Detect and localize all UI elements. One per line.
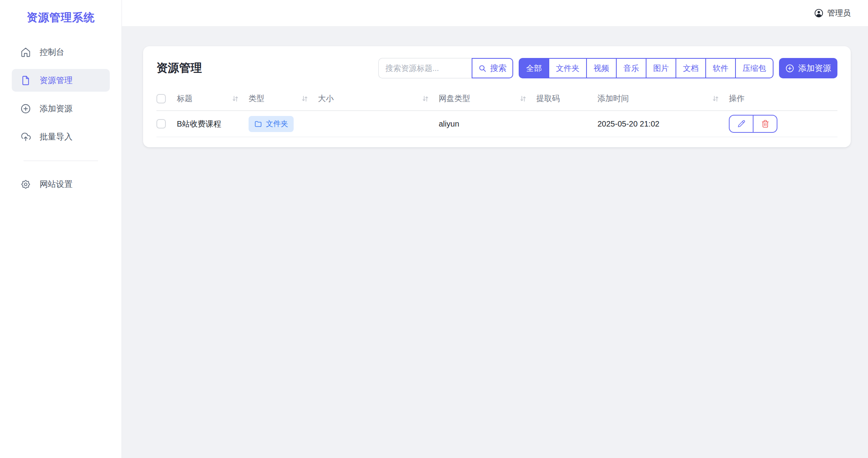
- document-icon: [20, 75, 31, 86]
- filter-tab-image[interactable]: 图片: [646, 58, 676, 78]
- plus-circle-icon: [20, 103, 31, 114]
- topbar: 管理员: [122, 0, 868, 27]
- sort-icon[interactable]: [712, 95, 719, 103]
- search-input[interactable]: [378, 58, 472, 78]
- search-button-label: 搜索: [490, 63, 507, 74]
- column-header-size: 大小: [318, 93, 334, 104]
- sidebar-item-label: 网站设置: [40, 179, 73, 190]
- cell-size: [318, 111, 439, 137]
- sidebar: 资源管理系统 控制台 资源管理 添加资源 批量导入 网站设置: [0, 0, 122, 458]
- cell-added-time: 2025-05-20 21:02: [597, 111, 729, 137]
- pencil-icon: [737, 119, 746, 128]
- cell-disk-type: aliyun: [439, 111, 536, 137]
- sidebar-item-resources[interactable]: 资源管理: [12, 69, 110, 92]
- filter-tab-software[interactable]: 软件: [706, 58, 736, 78]
- sidebar-nav: 控制台 资源管理 添加资源 批量导入 网站设置: [0, 41, 122, 201]
- sort-icon[interactable]: [519, 95, 527, 103]
- filter-tabs: 全部 文件夹 视频 音乐 图片 文档 软件 压缩包: [519, 58, 774, 78]
- search-button[interactable]: 搜索: [472, 58, 513, 78]
- page-title: 资源管理: [156, 60, 202, 76]
- sidebar-divider: [24, 161, 98, 161]
- home-icon: [20, 47, 31, 58]
- add-resource-button[interactable]: 添加资源: [779, 58, 837, 78]
- resource-table: 标题 类型 大小 网盘类型: [156, 89, 837, 137]
- sort-icon[interactable]: [231, 95, 239, 103]
- cell-code: [536, 111, 597, 137]
- column-header-disk-type: 网盘类型: [439, 93, 470, 104]
- table-row: B站收费课程 文件夹 aliyun 2025-05-20 21:02: [156, 111, 837, 137]
- sidebar-item-dashboard[interactable]: 控制台: [12, 41, 110, 63]
- filter-tab-folder[interactable]: 文件夹: [549, 58, 587, 78]
- search-icon: [478, 64, 487, 72]
- toolbar: 搜索 全部 文件夹 视频 音乐 图片 文档 软件 压缩包: [378, 58, 837, 78]
- gear-icon: [20, 179, 31, 190]
- app-title: 资源管理系统: [0, 0, 122, 41]
- trash-icon: [761, 119, 770, 128]
- user-avatar-icon: [814, 8, 824, 18]
- edit-button[interactable]: [729, 115, 753, 133]
- type-badge: 文件夹: [249, 116, 294, 132]
- column-header-type: 类型: [249, 93, 264, 104]
- type-badge-label: 文件夹: [266, 119, 288, 129]
- row-actions: [729, 115, 777, 133]
- delete-button[interactable]: [753, 115, 777, 133]
- sidebar-item-label: 添加资源: [40, 103, 73, 114]
- cloud-upload-icon: [20, 132, 31, 142]
- filter-tab-archive[interactable]: 压缩包: [736, 58, 774, 78]
- column-header-code: 提取码: [536, 94, 560, 103]
- add-resource-label: 添加资源: [798, 63, 831, 74]
- main-area: 管理员 资源管理 搜索 全部 文件夹 视频: [122, 0, 868, 458]
- content: 资源管理 搜索 全部 文件夹 视频 音乐 图片: [122, 27, 868, 147]
- sort-icon[interactable]: [421, 95, 429, 103]
- column-header-title: 标题: [177, 93, 192, 104]
- sidebar-item-add-resource[interactable]: 添加资源: [12, 97, 110, 120]
- select-all-checkbox[interactable]: [156, 94, 166, 103]
- resource-card: 资源管理 搜索 全部 文件夹 视频 音乐 图片: [143, 46, 851, 147]
- row-checkbox[interactable]: [156, 119, 166, 129]
- search-group: 搜索: [378, 58, 513, 78]
- sidebar-item-label: 资源管理: [40, 75, 73, 86]
- sidebar-item-site-settings[interactable]: 网站设置: [12, 173, 110, 196]
- filter-tab-all[interactable]: 全部: [519, 58, 549, 78]
- user-name[interactable]: 管理员: [827, 8, 851, 18]
- filter-tab-music[interactable]: 音乐: [617, 58, 646, 78]
- column-header-actions: 操作: [729, 94, 745, 103]
- table-header-row: 标题 类型 大小 网盘类型: [156, 89, 837, 111]
- filter-tab-doc[interactable]: 文档: [676, 58, 706, 78]
- folder-icon: [254, 120, 262, 128]
- sidebar-item-batch-import[interactable]: 批量导入: [12, 125, 110, 148]
- card-header: 资源管理 搜索 全部 文件夹 视频 音乐 图片: [156, 58, 837, 78]
- column-header-added-time: 添加时间: [597, 93, 629, 104]
- sidebar-item-label: 控制台: [40, 47, 64, 58]
- cell-title: B站收费课程: [177, 111, 249, 137]
- filter-tab-video[interactable]: 视频: [587, 58, 617, 78]
- sort-icon[interactable]: [301, 95, 309, 103]
- plus-circle-icon: [785, 64, 794, 73]
- sidebar-item-label: 批量导入: [40, 131, 73, 142]
